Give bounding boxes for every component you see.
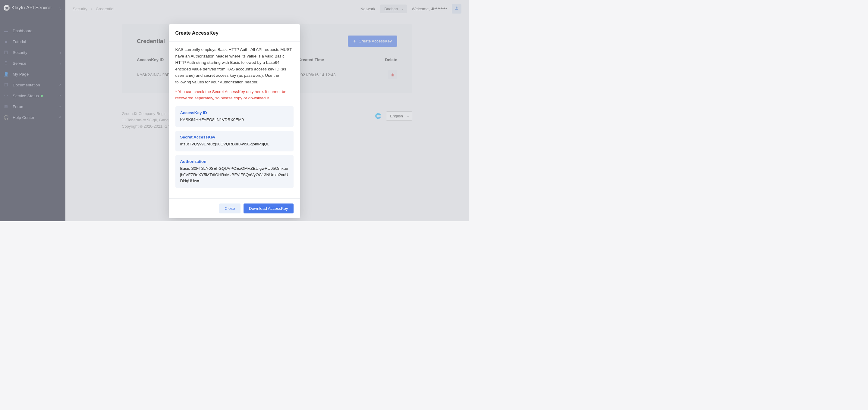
create-accesskey-modal: Create AccessKey KAS currently employs B… — [169, 24, 300, 218]
info-label: Secret AccessKey — [180, 135, 289, 139]
info-label: Authorization — [180, 159, 289, 164]
modal-title: Create AccessKey — [176, 30, 293, 36]
secret-accesskey-value: Inz8tTVQyv917e8tq30EVQRBur8-w5GqolnP3jQL — [180, 141, 289, 147]
download-accesskey-button[interactable]: Download AccessKey — [244, 204, 293, 213]
modal-footer: Close Download AccessKey — [169, 198, 300, 218]
secret-accesskey-box: Secret AccessKey Inz8tTVQyv917e8tq30EVQR… — [176, 131, 293, 151]
modal-description: KAS currently employs Basic HTTP Auth. A… — [176, 46, 293, 86]
accesskey-id-value: KASK64HHFAEO8LN1VDRX0EM9 — [180, 117, 289, 123]
info-label: AccessKey ID — [180, 110, 289, 115]
accesskey-id-box: AccessKey ID KASK64HHFAEO8LN1VDRX0EM9 — [176, 106, 293, 127]
modal-header: Create AccessKey — [169, 24, 300, 41]
close-button[interactable]: Close — [219, 204, 241, 213]
modal-body: KAS currently employs Basic HTTP Auth. A… — [169, 41, 300, 198]
authorization-box: Authorization Basic S0FTSzY0SEhGQUVPOExO… — [176, 155, 293, 188]
authorization-value: Basic S0FTSzY0SEhGQUVPOExOMVZEUlgwRU05Om… — [180, 166, 289, 184]
modal-warning: * You can check the Secret AccessKey onl… — [176, 89, 293, 101]
